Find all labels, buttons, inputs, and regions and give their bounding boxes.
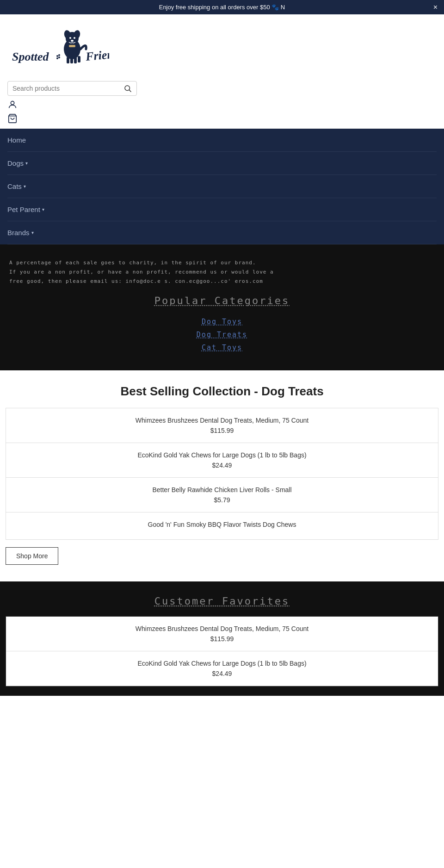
product-name-2: EcoKind Gold Yak Chews for Large Dogs (1… (15, 451, 429, 459)
announcement-close[interactable]: × (433, 3, 438, 12)
category-dog-treats[interactable]: Dog Treats (197, 331, 247, 339)
chevron-down-icon: ▾ (31, 230, 34, 235)
search-input[interactable] (12, 85, 123, 92)
svg-point-5 (74, 37, 75, 39)
announcement-text: Enjoy free shipping on all orders over $… (159, 4, 285, 11)
category-links: Dog Toys Dog Treats Cat Toys (9, 318, 435, 352)
header-icons (7, 100, 437, 124)
chevron-down-icon: ▾ (25, 161, 28, 166)
svg-point-6 (71, 40, 74, 42)
best-selling-product-list: Whimzees Brushzees Dental Dog Treats, Me… (6, 408, 438, 540)
header: Spotted Friends (0, 14, 444, 129)
nav-label-dogs: Dogs (7, 159, 24, 167)
logo-area: Spotted Friends (7, 24, 437, 75)
svg-text:Friends: Friends (85, 47, 109, 63)
account-icon (7, 100, 18, 110)
product-price-1: $115.99 (15, 427, 429, 434)
cart-icon (7, 113, 18, 124)
chevron-down-icon: ▾ (24, 184, 26, 189)
logo: Spotted Friends (7, 24, 109, 75)
svg-text:Spotted: Spotted (12, 50, 49, 63)
nav-label-brands: Brands (7, 229, 30, 237)
cart-icon-item[interactable] (7, 113, 437, 124)
best-selling-section: Best Selling Collection - Dog Treats Whi… (0, 370, 444, 581)
tagline-line2: If you are a non profit, or have a non p… (9, 268, 435, 277)
search-bar[interactable] (7, 81, 137, 96)
nav-label-pet-parent: Pet Parent (7, 206, 40, 213)
nav-item-home[interactable]: Home (7, 129, 437, 152)
svg-point-15 (58, 56, 60, 58)
nav-label-cats: Cats (7, 182, 22, 190)
svg-rect-7 (69, 45, 75, 47)
nav-item-brands[interactable]: Brands ▾ (7, 221, 437, 244)
category-dog-toys[interactable]: Dog Toys (202, 318, 242, 326)
tagline-line3: free good, then please email us: info@do… (9, 277, 435, 286)
hero-tagline: A percentage of each sale goes to charit… (9, 258, 435, 286)
product-item-2: EcoKind Gold Yak Chews for Large Dogs (1… (6, 443, 438, 478)
svg-line-19 (129, 90, 131, 92)
product-item-1: Whimzees Brushzees Dental Dog Treats, Me… (6, 408, 438, 443)
product-name-1: Whimzees Brushzees Dental Dog Treats, Me… (15, 417, 429, 424)
shop-more-button[interactable]: Shop More (6, 547, 58, 565)
account-icon-item[interactable] (7, 100, 437, 110)
cf-product-item-1: Whimzees Brushzees Dental Dog Treats, Me… (6, 617, 438, 651)
svg-point-18 (125, 86, 130, 91)
svg-rect-10 (74, 57, 77, 63)
svg-point-17 (58, 54, 60, 56)
svg-point-20 (11, 101, 14, 105)
product-price-3: $5.79 (15, 496, 429, 504)
svg-rect-8 (67, 57, 69, 63)
svg-rect-9 (70, 57, 73, 63)
nav-label-home: Home (7, 136, 26, 144)
svg-point-4 (69, 37, 71, 39)
cf-product-list: Whimzees Brushzees Dental Dog Treats, Me… (6, 616, 438, 687)
svg-point-16 (56, 55, 58, 57)
cf-product-price-2: $24.49 (15, 670, 429, 677)
popular-categories-title: Popular Categories (9, 295, 435, 306)
search-icon (123, 84, 132, 93)
nav-item-cats[interactable]: Cats ▾ (7, 175, 437, 198)
best-selling-title: Best Selling Collection - Dog Treats (0, 384, 444, 399)
cf-product-item-2: EcoKind Gold Yak Chews for Large Dogs (1… (6, 651, 438, 686)
product-item-4: Good 'n' Fun Smoky BBQ Flavor Twists Dog… (6, 512, 438, 539)
cf-product-price-1: $115.99 (15, 635, 429, 643)
tagline-line1: A percentage of each sale goes to charit… (9, 258, 435, 268)
product-name-4: Good 'n' Fun Smoky BBQ Flavor Twists Dog… (15, 521, 429, 528)
hero-section: A percentage of each sale goes to charit… (0, 244, 444, 370)
chevron-down-icon: ▾ (42, 207, 44, 212)
category-cat-toys[interactable]: Cat Toys (202, 343, 242, 352)
cf-product-name-1: Whimzees Brushzees Dental Dog Treats, Me… (15, 625, 429, 632)
product-price-2: $24.49 (15, 462, 429, 469)
product-item-3: Better Belly Rawhide Chicken Liver Rolls… (6, 478, 438, 512)
customer-favorites-title: Customer Favorites (0, 595, 444, 607)
svg-point-14 (56, 57, 58, 59)
nav-item-pet-parent[interactable]: Pet Parent ▾ (7, 198, 437, 221)
svg-rect-11 (78, 56, 80, 62)
cf-product-name-2: EcoKind Gold Yak Chews for Large Dogs (1… (15, 660, 429, 667)
customer-favorites-section: Customer Favorites Whimzees Brushzees De… (0, 581, 444, 696)
navigation: Home Dogs ▾ Cats ▾ Pet Parent ▾ Brands ▾ (0, 129, 444, 244)
product-name-3: Better Belly Rawhide Chicken Liver Rolls… (15, 486, 429, 493)
announcement-bar: Enjoy free shipping on all orders over $… (0, 0, 444, 14)
nav-item-dogs[interactable]: Dogs ▾ (7, 152, 437, 175)
